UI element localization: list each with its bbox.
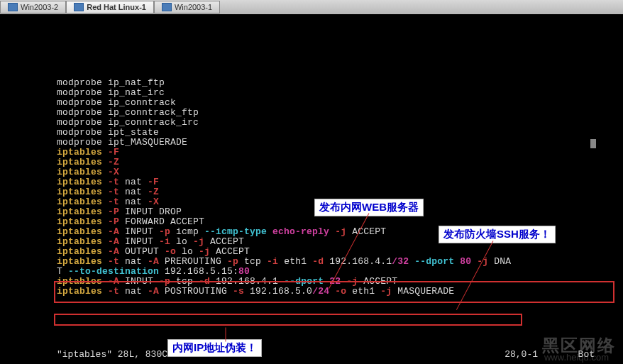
terminal-line: iptables -P INPUT DROP	[0, 207, 623, 217]
terminal-line: iptables -X	[0, 167, 623, 177]
monitor-icon	[8, 3, 18, 11]
terminal-line: iptables -F	[0, 148, 623, 158]
terminal-line: T --to-destination 192.168.5.15:80	[0, 267, 623, 277]
terminal-line: modprobe ipt_state	[0, 128, 623, 138]
terminal-line: iptables -Z	[0, 158, 623, 167]
tab-label: Win2003-2	[21, 3, 58, 11]
watermark-url: www.heiqu.com	[544, 352, 609, 363]
terminal-line: iptables -t nat -X	[0, 197, 623, 207]
tab-win2003-1[interactable]: Win2003-1	[154, 1, 220, 13]
vim-status-pos: 28,0-1	[505, 349, 538, 360]
tab-win2003-2[interactable]: Win2003-2	[0, 1, 66, 13]
cursor	[590, 139, 596, 148]
tab-label: Red Hat Linux-1	[87, 3, 146, 11]
terminal-line: modprobe ipt_MASQUERADE	[0, 138, 623, 148]
terminal-line: iptables -t nat -Z	[0, 187, 623, 197]
callout-line	[226, 328, 226, 342]
tab-label: Win2003-1	[175, 3, 212, 11]
annotation-ssh: 发布防火墙SSH服务！	[439, 226, 556, 243]
terminal-line: iptables -A INPUT -p tcp -d 192.168.4.1 …	[0, 277, 623, 287]
terminal-line: modprobe ip_conntrack_ftp	[0, 108, 623, 118]
terminal-line: iptables -A OUTPUT -o lo -j ACCEPT	[0, 247, 623, 257]
monitor-icon	[162, 3, 172, 11]
terminal-line: iptables -t nat -A POSTROUTING -s 192.16…	[0, 287, 623, 297]
tab-bar: Win2003-2 Red Hat Linux-1 Win2003-1	[0, 0, 623, 14]
terminal-line: modprobe ip_nat_irc	[0, 88, 623, 98]
monitor-icon	[74, 3, 84, 11]
terminal-line: iptables -t nat -A PREROUTING -p tcp -i …	[0, 257, 623, 267]
terminal-output[interactable]: modprobe ip_nat_ftpmodprobe ip_nat_ircmo…	[0, 78, 623, 297]
tab-redhat[interactable]: Red Hat Linux-1	[66, 1, 154, 13]
terminal-line: iptables -t nat -F	[0, 177, 623, 187]
highlight-box-masquerade	[54, 314, 522, 326]
terminal-line: modprobe ip_conntrack_irc	[0, 118, 623, 128]
terminal-line: modprobe ip_nat_ftp	[0, 78, 623, 88]
terminal-line: modprobe ip_conntrack	[0, 98, 623, 108]
